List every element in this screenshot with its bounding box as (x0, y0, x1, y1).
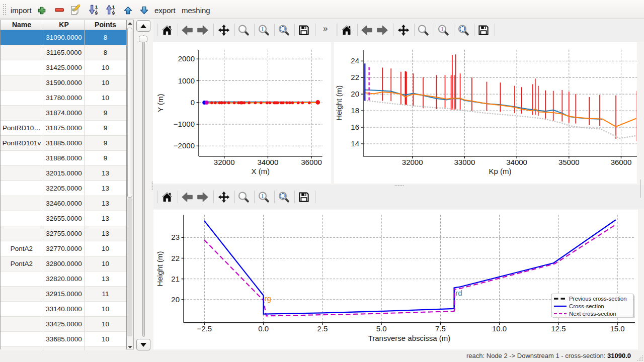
svg-text:Previous cross-section: Previous cross-section (569, 296, 627, 302)
svg-text:36000: 36000 (301, 158, 322, 166)
svg-text:5.0: 5.0 (376, 324, 387, 333)
svg-text:22: 22 (171, 254, 180, 262)
svg-text:1: 1 (261, 193, 264, 200)
svg-text:32000: 32000 (402, 158, 423, 166)
svg-text:X (m): X (m) (251, 167, 270, 175)
svg-text:Y (m): Y (m) (156, 94, 165, 112)
svg-text:34000: 34000 (258, 158, 279, 166)
svg-text:Next cross-section: Next cross-section (569, 311, 616, 317)
svg-text:9: 9 (112, 10, 115, 15)
svg-text:32000: 32000 (214, 158, 235, 166)
svg-text:0: 0 (191, 98, 195, 107)
svg-text:1: 1 (112, 5, 115, 10)
svg-text:1: 1 (261, 26, 264, 33)
svg-text:20: 20 (171, 295, 180, 304)
svg-text:35000: 35000 (558, 158, 580, 166)
svg-text:12.5: 12.5 (551, 324, 566, 333)
svg-text:16: 16 (351, 123, 359, 131)
svg-text:34000: 34000 (506, 158, 527, 166)
svg-text:33000: 33000 (454, 158, 475, 166)
svg-text:−1000: −1000 (174, 120, 195, 128)
svg-text:1000: 1000 (178, 76, 195, 85)
svg-text:2000: 2000 (178, 54, 195, 63)
svg-text:24: 24 (351, 56, 359, 65)
svg-text:10.0: 10.0 (492, 324, 507, 333)
svg-text:rg: rg (265, 294, 271, 303)
svg-text:15.0: 15.0 (610, 324, 624, 333)
svg-text:0.0: 0.0 (258, 324, 269, 333)
svg-text:21: 21 (171, 275, 180, 283)
svg-text:−2.5: −2.5 (197, 324, 212, 333)
svg-text:22: 22 (351, 73, 359, 81)
svg-text:Transverse abscissa (m): Transverse abscissa (m) (368, 334, 451, 342)
svg-text:20: 20 (351, 89, 359, 98)
svg-text:23: 23 (171, 233, 180, 241)
svg-text:1: 1 (441, 26, 444, 33)
svg-text:9: 9 (95, 10, 98, 15)
svg-text:7.5: 7.5 (435, 324, 446, 333)
svg-text:36000: 36000 (611, 158, 632, 166)
svg-text:14: 14 (351, 139, 359, 148)
svg-text:−2000: −2000 (174, 141, 195, 150)
svg-text:Cross-section: Cross-section (569, 303, 604, 309)
svg-text:2.5: 2.5 (317, 324, 328, 333)
svg-text:1: 1 (95, 5, 98, 10)
svg-text:Height (m): Height (m) (335, 85, 343, 121)
svg-text:rd: rd (455, 289, 462, 297)
svg-text:Height (m): Height (m) (155, 251, 164, 287)
svg-text:18: 18 (351, 106, 359, 115)
svg-text:Kp (m): Kp (m) (489, 167, 512, 175)
